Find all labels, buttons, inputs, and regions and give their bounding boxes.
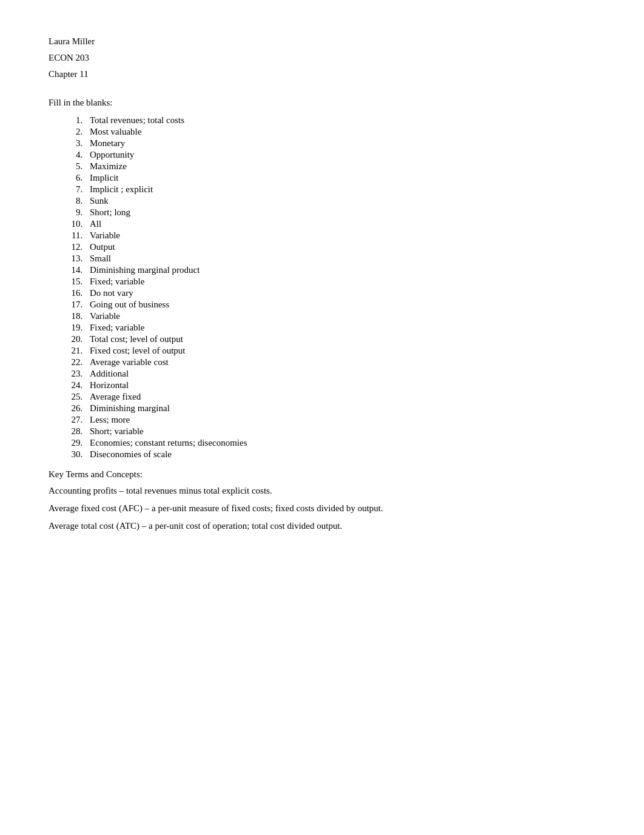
list-item: Implicit ; explicit	[85, 184, 595, 195]
key-terms-section: Key Terms and Concepts: Accounting profi…	[49, 469, 595, 531]
list-item: Diminishing marginal product	[85, 265, 595, 275]
list-item: Average fixed	[85, 392, 595, 402]
list-item: Most valuable	[85, 127, 595, 137]
definition-block: Accounting profits – total revenues minu…	[49, 486, 595, 496]
list-item: Variable	[85, 230, 595, 241]
list-item: Average variable cost	[85, 357, 595, 367]
list-item: Implicit	[85, 173, 595, 183]
list-item: Going out of business	[85, 300, 595, 310]
header-block: Laura Miller ECON 203 Chapter 11	[49, 36, 595, 79]
list-item: Short; long	[85, 207, 595, 218]
list-item: Fixed; variable	[85, 323, 595, 333]
fill-in-blanks-list: Total revenues; total costsMost valuable…	[49, 115, 595, 460]
list-item: Fixed cost; level of output	[85, 346, 595, 356]
author-name: Laura Miller	[49, 36, 595, 47]
list-item: Opportunity	[85, 150, 595, 160]
list-item: Variable	[85, 311, 595, 321]
list-item: Diminishing marginal	[85, 403, 595, 414]
list-item: Maximize	[85, 161, 595, 172]
list-item: Sunk	[85, 196, 595, 206]
list-item: Do not vary	[85, 288, 595, 298]
course-name: ECON 203	[49, 53, 595, 63]
list-item: Output	[85, 242, 595, 252]
list-item: Total revenues; total costs	[85, 115, 595, 126]
definition-block: Average fixed cost (AFC) – a per-unit me…	[49, 503, 595, 514]
definition-block: Average total cost (ATC) – a per-unit co…	[49, 521, 595, 531]
list-item: Short; variable	[85, 426, 595, 437]
list-item: Economies; constant returns; diseconomie…	[85, 438, 595, 448]
list-item: Fixed; variable	[85, 277, 595, 287]
fill-in-blanks-title: Fill in the blanks:	[49, 98, 595, 108]
list-item: Horizontal	[85, 380, 595, 391]
list-item: Diseconomies of scale	[85, 449, 595, 460]
list-item: Monetary	[85, 138, 595, 149]
key-terms-title: Key Terms and Concepts:	[49, 469, 595, 480]
list-item: Small	[85, 253, 595, 264]
list-item: Total cost; level of output	[85, 334, 595, 344]
list-item: Less; more	[85, 415, 595, 425]
list-item: All	[85, 219, 595, 229]
chapter-title: Chapter 11	[49, 69, 595, 79]
list-item: Additional	[85, 369, 595, 379]
